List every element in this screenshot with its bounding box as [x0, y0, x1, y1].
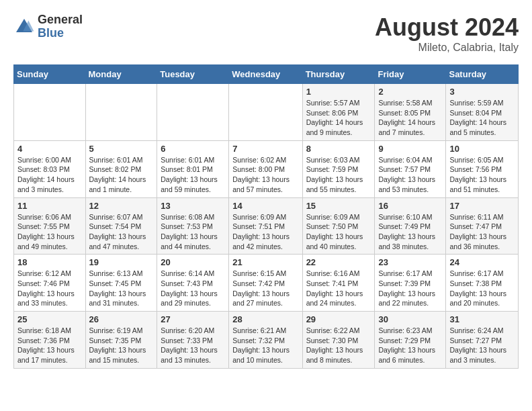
calendar-cell: 17Sunrise: 6:11 AM Sunset: 7:47 PM Dayli…	[446, 197, 519, 255]
day-number: 22	[306, 257, 371, 267]
day-number: 18	[17, 257, 82, 267]
day-info: Sunrise: 6:14 AM Sunset: 7:43 PM Dayligh…	[161, 269, 225, 308]
calendar-cell: 27Sunrise: 6:20 AM Sunset: 7:33 PM Dayli…	[157, 312, 229, 369]
day-info: Sunrise: 6:07 AM Sunset: 7:54 PM Dayligh…	[89, 212, 154, 252]
day-info: Sunrise: 6:15 AM Sunset: 7:42 PM Dayligh…	[232, 269, 298, 308]
calendar-cell: 13Sunrise: 6:08 AM Sunset: 7:53 PM Dayli…	[157, 197, 229, 255]
day-info: Sunrise: 6:04 AM Sunset: 7:57 PM Dayligh…	[378, 155, 442, 195]
day-number: 25	[17, 314, 82, 324]
day-number: 19	[89, 257, 154, 267]
day-number: 12	[89, 201, 154, 211]
day-info: Sunrise: 6:00 AM Sunset: 8:03 PM Dayligh…	[17, 155, 82, 195]
calendar-cell: 20Sunrise: 6:14 AM Sunset: 7:43 PM Dayli…	[157, 255, 229, 312]
day-number: 20	[161, 257, 225, 267]
calendar-cell: 6Sunrise: 6:01 AM Sunset: 8:01 PM Daylig…	[157, 140, 229, 197]
calendar-cell: 7Sunrise: 6:02 AM Sunset: 8:00 PM Daylig…	[229, 140, 302, 197]
day-info: Sunrise: 6:08 AM Sunset: 7:53 PM Dayligh…	[161, 212, 225, 252]
calendar-cell: 8Sunrise: 6:03 AM Sunset: 7:59 PM Daylig…	[302, 140, 375, 197]
day-number: 15	[306, 201, 371, 211]
calendar-week-3: 11Sunrise: 6:06 AM Sunset: 7:55 PM Dayli…	[14, 197, 519, 255]
day-number: 14	[232, 201, 298, 211]
logo-blue: Blue	[38, 27, 83, 40]
calendar-cell: 31Sunrise: 6:24 AM Sunset: 7:27 PM Dayli…	[446, 312, 519, 369]
day-info: Sunrise: 6:03 AM Sunset: 7:59 PM Dayligh…	[306, 155, 371, 195]
col-friday: Friday	[375, 65, 446, 84]
logo: General Blue	[13, 13, 83, 40]
calendar-cell: 18Sunrise: 6:12 AM Sunset: 7:46 PM Dayli…	[14, 255, 86, 312]
calendar-table: Sunday Monday Tuesday Wednesday Thursday…	[13, 64, 519, 369]
calendar-cell: 25Sunrise: 6:18 AM Sunset: 7:36 PM Dayli…	[14, 312, 86, 369]
calendar-cell: 16Sunrise: 6:10 AM Sunset: 7:49 PM Dayli…	[375, 197, 446, 255]
calendar-cell: 1Sunrise: 5:57 AM Sunset: 8:06 PM Daylig…	[302, 84, 375, 141]
col-monday: Monday	[85, 65, 157, 84]
day-info: Sunrise: 6:02 AM Sunset: 8:00 PM Dayligh…	[232, 155, 298, 195]
day-info: Sunrise: 5:57 AM Sunset: 8:06 PM Dayligh…	[306, 98, 371, 138]
header-row: Sunday Monday Tuesday Wednesday Thursday…	[14, 65, 519, 84]
day-number: 28	[232, 314, 298, 324]
day-number: 6	[161, 144, 225, 154]
calendar-cell	[157, 84, 229, 141]
title-block: August 2024 Mileto, Calabria, Italy	[375, 13, 519, 54]
day-number: 5	[89, 144, 154, 154]
day-info: Sunrise: 6:17 AM Sunset: 7:39 PM Dayligh…	[378, 269, 442, 308]
calendar-week-2: 4Sunrise: 6:00 AM Sunset: 8:03 PM Daylig…	[14, 140, 519, 197]
day-number: 26	[89, 314, 154, 324]
calendar-cell	[85, 84, 157, 141]
day-number: 24	[449, 257, 515, 267]
day-info: Sunrise: 6:09 AM Sunset: 7:50 PM Dayligh…	[306, 212, 371, 252]
calendar-cell: 15Sunrise: 6:09 AM Sunset: 7:50 PM Dayli…	[302, 197, 375, 255]
calendar-cell: 2Sunrise: 5:58 AM Sunset: 8:05 PM Daylig…	[375, 84, 446, 141]
calendar-cell	[229, 84, 302, 141]
day-number: 10	[449, 144, 515, 154]
calendar-cell: 24Sunrise: 6:17 AM Sunset: 7:38 PM Dayli…	[446, 255, 519, 312]
day-number: 9	[378, 144, 442, 154]
location-subtitle: Mileto, Calabria, Italy	[375, 42, 519, 54]
day-number: 13	[161, 201, 225, 211]
calendar-cell: 12Sunrise: 6:07 AM Sunset: 7:54 PM Dayli…	[85, 197, 157, 255]
calendar-cell	[14, 84, 86, 141]
calendar-cell: 30Sunrise: 6:23 AM Sunset: 7:29 PM Dayli…	[375, 312, 446, 369]
month-year-title: August 2024	[375, 13, 519, 42]
calendar-header: Sunday Monday Tuesday Wednesday Thursday…	[14, 65, 519, 84]
calendar-week-4: 18Sunrise: 6:12 AM Sunset: 7:46 PM Dayli…	[14, 255, 519, 312]
day-info: Sunrise: 6:09 AM Sunset: 7:51 PM Dayligh…	[232, 212, 298, 252]
day-info: Sunrise: 6:10 AM Sunset: 7:49 PM Dayligh…	[378, 212, 442, 252]
calendar-week-5: 25Sunrise: 6:18 AM Sunset: 7:36 PM Dayli…	[14, 312, 519, 369]
day-info: Sunrise: 6:05 AM Sunset: 7:56 PM Dayligh…	[449, 155, 515, 195]
day-info: Sunrise: 6:11 AM Sunset: 7:47 PM Dayligh…	[449, 212, 515, 252]
day-info: Sunrise: 6:23 AM Sunset: 7:29 PM Dayligh…	[378, 326, 442, 365]
calendar-cell: 9Sunrise: 6:04 AM Sunset: 7:57 PM Daylig…	[375, 140, 446, 197]
day-info: Sunrise: 6:18 AM Sunset: 7:36 PM Dayligh…	[17, 326, 82, 365]
calendar-cell: 14Sunrise: 6:09 AM Sunset: 7:51 PM Dayli…	[229, 197, 302, 255]
calendar-cell: 23Sunrise: 6:17 AM Sunset: 7:39 PM Dayli…	[375, 255, 446, 312]
day-number: 4	[17, 144, 82, 154]
calendar-cell: 4Sunrise: 6:00 AM Sunset: 8:03 PM Daylig…	[14, 140, 86, 197]
calendar-cell: 22Sunrise: 6:16 AM Sunset: 7:41 PM Dayli…	[302, 255, 375, 312]
day-info: Sunrise: 6:21 AM Sunset: 7:32 PM Dayligh…	[232, 326, 298, 365]
calendar-cell: 28Sunrise: 6:21 AM Sunset: 7:32 PM Dayli…	[229, 312, 302, 369]
day-number: 3	[449, 87, 515, 97]
day-number: 30	[378, 314, 442, 324]
logo-text: General Blue	[38, 13, 83, 40]
day-number: 23	[378, 257, 442, 267]
col-tuesday: Tuesday	[157, 65, 229, 84]
day-number: 1	[306, 87, 371, 97]
day-number: 17	[449, 201, 515, 211]
day-number: 11	[17, 201, 82, 211]
day-number: 8	[306, 144, 371, 154]
day-info: Sunrise: 6:17 AM Sunset: 7:38 PM Dayligh…	[449, 269, 515, 308]
calendar-cell: 3Sunrise: 5:59 AM Sunset: 8:04 PM Daylig…	[446, 84, 519, 141]
calendar-cell: 10Sunrise: 6:05 AM Sunset: 7:56 PM Dayli…	[446, 140, 519, 197]
day-info: Sunrise: 6:01 AM Sunset: 8:02 PM Dayligh…	[89, 155, 154, 195]
day-info: Sunrise: 6:20 AM Sunset: 7:33 PM Dayligh…	[161, 326, 225, 365]
day-info: Sunrise: 6:22 AM Sunset: 7:30 PM Dayligh…	[306, 326, 371, 365]
col-thursday: Thursday	[302, 65, 375, 84]
col-saturday: Saturday	[446, 65, 519, 84]
day-number: 29	[306, 314, 371, 324]
calendar-cell: 19Sunrise: 6:13 AM Sunset: 7:45 PM Dayli…	[85, 255, 157, 312]
day-info: Sunrise: 5:58 AM Sunset: 8:05 PM Dayligh…	[378, 98, 442, 138]
calendar-cell: 29Sunrise: 6:22 AM Sunset: 7:30 PM Dayli…	[302, 312, 375, 369]
day-info: Sunrise: 6:24 AM Sunset: 7:27 PM Dayligh…	[449, 326, 515, 365]
day-info: Sunrise: 6:16 AM Sunset: 7:41 PM Dayligh…	[306, 269, 371, 308]
calendar-body: 1Sunrise: 5:57 AM Sunset: 8:06 PM Daylig…	[14, 84, 519, 369]
